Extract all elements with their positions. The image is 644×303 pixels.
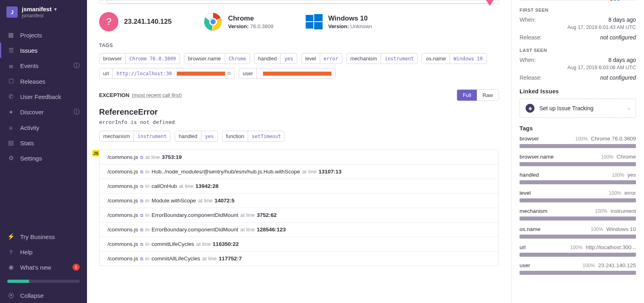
error-message: errorInfo is not defined <box>99 119 499 125</box>
main-content: ? 23.241.140.125 Chrome Version: 76.0.38… <box>87 0 511 303</box>
stack-frame[interactable]: /commons.js⧉ in callOnHub at line 13942:… <box>99 179 499 194</box>
info-icon: ⓘ <box>74 108 80 116</box>
svg-rect-4 <box>306 15 313 21</box>
last-seen-release: not configured <box>600 74 636 81</box>
cube-icon: ◈ <box>526 104 534 113</box>
os-block: Windows 10 Version: Unknown <box>306 13 372 30</box>
svg-rect-5 <box>314 14 323 21</box>
nav-collapse[interactable]: ⦿Collapse <box>0 288 87 303</box>
first-seen-when: 8 days ago <box>609 16 636 23</box>
exception-handled[interactable]: handledyes <box>175 131 218 142</box>
tag-handled[interactable]: handledyes <box>254 53 297 64</box>
external-link-icon: ⧉ <box>140 242 143 247</box>
windows-icon <box>306 13 323 30</box>
toggle-full[interactable]: Full <box>457 90 477 101</box>
bolt-icon: ⚡ <box>7 233 14 240</box>
external-link-icon: ⧉ <box>140 256 143 262</box>
js-badge: JS <box>92 150 99 157</box>
redacted <box>177 72 225 76</box>
chart-icon: ▤ <box>7 139 14 146</box>
stack-frame[interactable]: /commons.js⧉ in Hub../node_modules/@sent… <box>99 165 499 179</box>
whats-new-badge: 5 <box>72 264 80 271</box>
stack-frame[interactable]: /commons.js⧉ in commitAllLifeCycles at l… <box>99 251 499 266</box>
tag-stat[interactable]: os.name100%Windows 10 <box>520 226 636 239</box>
first-seen-heading: FIRST SEEN <box>520 8 636 12</box>
stack-frame[interactable]: /commons.js⧉ in Module.withScope at line… <box>99 194 499 208</box>
tag-browser-name[interactable]: browser.nameChrome <box>184 53 250 64</box>
stack-frame[interactable]: /commons.js⧉ in ErrorBoundary.componentD… <box>99 223 499 237</box>
nav-whats-new[interactable]: ◉What's new5 <box>0 260 87 275</box>
org-avatar: J <box>6 6 18 18</box>
tag-browser[interactable]: browserChrome 76.0.3809 <box>99 53 180 64</box>
external-link-icon: ⧉ <box>140 227 143 233</box>
nav-settings[interactable]: ⚙Settings <box>0 150 87 166</box>
tag-user[interactable]: user <box>239 68 335 79</box>
user-block: ? 23.241.140.125 <box>99 12 172 31</box>
chevron-right-icon: › <box>628 105 630 111</box>
nav-help[interactable]: ?Help <box>0 244 87 260</box>
grid-icon: ▦ <box>7 31 14 39</box>
stack-view-toggle: Full Raw <box>457 89 499 101</box>
tag-stat[interactable]: browser.name100%Chrome <box>520 154 636 166</box>
exception-function[interactable]: functionsetTimeout <box>222 131 285 142</box>
user-ip: 23.241.140.125 <box>124 18 172 26</box>
tag-mechanism[interactable]: mechanisminstrument <box>346 53 418 64</box>
tag-level[interactable]: levelerror <box>301 53 342 64</box>
banner-placeholder <box>99 0 499 4</box>
info-icon: ⓘ <box>74 62 80 70</box>
tags-stats-heading: Tags <box>520 125 636 132</box>
tag-stat[interactable]: mechanism100%instrument <box>520 208 636 221</box>
org-name: jsmanifest <box>22 6 52 12</box>
stack-frame[interactable]: /commons.js⧉ at line 3753:19 <box>99 150 499 165</box>
svg-rect-6 <box>306 22 313 29</box>
stack-frame[interactable]: /commons.js⧉ in ErrorBoundary.componentD… <box>99 208 499 223</box>
toggle-raw[interactable]: Raw <box>477 90 499 101</box>
stack-trace: JS /commons.js⧉ at line 3753:19/commons.… <box>99 150 499 266</box>
external-link-icon: ⧉ <box>140 155 143 160</box>
stack-frame[interactable]: /commons.js⧉ in commitLifeCycles at line… <box>99 237 499 251</box>
svg-rect-7 <box>314 22 323 29</box>
list-icon: ≡ <box>7 124 14 131</box>
layers-icon: ≣ <box>7 62 14 70</box>
redacted <box>263 72 331 76</box>
nav-issues[interactable]: ☰Issues <box>0 43 87 58</box>
nav-activity[interactable]: ≡Activity <box>0 120 87 135</box>
tags-heading: TAGS <box>99 43 499 48</box>
details-sidebar: FIRST SEEN When:8 days ago Aug 17, 2019 … <box>511 0 644 303</box>
browser-name: Chrome <box>228 14 273 23</box>
nav-events[interactable]: ≣Eventsⓘ <box>0 58 87 74</box>
tag-stat[interactable]: user100%23.241.140.125 <box>520 262 636 275</box>
tag-stat[interactable]: level100%error <box>520 190 636 202</box>
exception-mechanism[interactable]: mechanisminstrument <box>99 131 171 142</box>
external-link-icon: ⧉ <box>140 213 143 218</box>
tag-url[interactable]: urlhttp://localhost:30⧉ <box>99 68 235 79</box>
tag-stat[interactable]: url100%http://localhost:300... <box>520 244 636 257</box>
nav-try-business[interactable]: ⚡Try Business <box>0 229 87 244</box>
package-icon: ☐ <box>7 78 14 85</box>
tag-stat[interactable]: browser100%Chrome 76.0.3809 <box>520 136 636 148</box>
chevron-down-icon: ▼ <box>53 7 58 12</box>
external-link-icon: ⧉ <box>140 184 143 189</box>
nav-projects[interactable]: ▦Projects <box>0 27 87 43</box>
broadcast-icon: ◉ <box>7 264 14 271</box>
exception-heading: EXCEPTION <box>99 92 129 98</box>
linked-issues-heading: Linked Issues <box>520 88 636 95</box>
primary-nav: ▦Projects ☰Issues ≣Eventsⓘ ☐Releases ✆Us… <box>0 27 87 166</box>
chrome-icon <box>204 12 222 31</box>
external-link-icon: ⧉ <box>228 71 231 76</box>
rocket-icon: ✦ <box>7 109 14 116</box>
tag-stat[interactable]: handled100%yes <box>520 172 636 184</box>
sidebar: J jsmanifest ▼ jsmanifest ▦Projects ☰Iss… <box>0 0 87 303</box>
nav-stats[interactable]: ▤Stats <box>0 135 87 150</box>
org-switcher[interactable]: J jsmanifest ▼ jsmanifest <box>0 0 87 24</box>
gear-icon: ⚙ <box>7 155 14 162</box>
error-type: ReferenceError <box>99 107 499 117</box>
announce-icon: ✆ <box>7 93 14 100</box>
tag-os-name[interactable]: os.nameWindows 10 <box>422 53 487 64</box>
nav-releases[interactable]: ☐Releases <box>0 74 87 89</box>
last-seen-heading: LAST SEEN <box>520 48 636 53</box>
setup-issue-tracking[interactable]: ◈ Set up Issue Tracking › <box>520 99 636 118</box>
first-seen-release: not configured <box>600 34 636 41</box>
nav-discover[interactable]: ✦Discoverⓘ <box>0 104 87 120</box>
nav-feedback[interactable]: ✆User Feedback <box>0 89 87 104</box>
